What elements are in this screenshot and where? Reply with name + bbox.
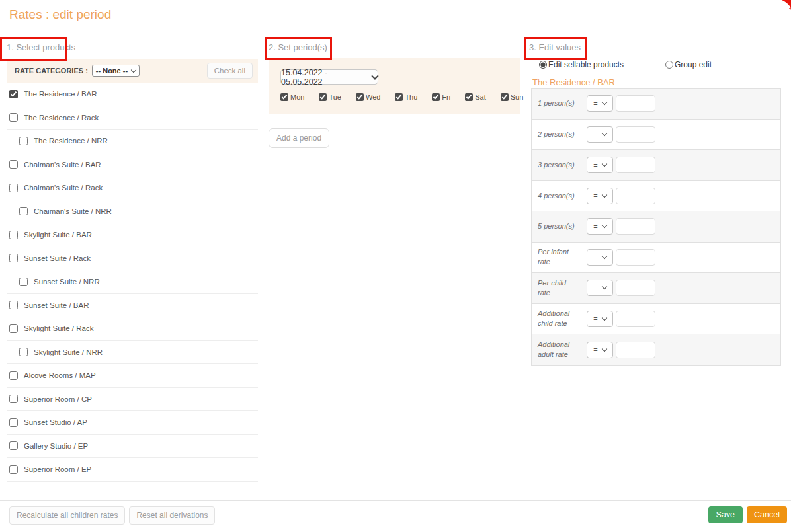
product-checkbox[interactable] — [9, 90, 18, 98]
check-all-button[interactable]: Check all — [207, 63, 253, 79]
value-input[interactable] — [616, 157, 655, 173]
product-checkbox[interactable] — [9, 184, 18, 192]
product-checkbox[interactable] — [9, 324, 18, 333]
weekday-checkbox[interactable] — [465, 93, 473, 101]
value-row-label: Additional child rate — [532, 304, 579, 334]
product-label: Chaiman's Suite / NRR — [34, 208, 112, 215]
operator-select[interactable]: = — [587, 311, 613, 327]
operator-select[interactable]: = — [587, 157, 613, 173]
rate-categories-select[interactable]: -- None -- — [92, 65, 140, 77]
operator-select[interactable]: = — [587, 342, 613, 358]
operator-select[interactable]: = — [587, 280, 613, 296]
group-edit-radio[interactable] — [665, 61, 673, 69]
product-row: Sunset Suite / Rack — [7, 247, 258, 271]
operator-select[interactable]: = — [587, 249, 613, 266]
date-range-select[interactable]: 15.04.2022 - 05.05.2022 — [280, 69, 378, 85]
value-row-label: 1 person(s) — [532, 89, 579, 119]
weekday-item[interactable]: Mon — [280, 93, 304, 101]
value-input[interactable] — [616, 95, 655, 112]
value-row-label: 4 person(s) — [532, 181, 579, 211]
weekday-checkbox[interactable] — [501, 93, 509, 101]
chevron-down-icon — [601, 161, 606, 167]
product-checkbox[interactable] — [19, 137, 28, 145]
weekday-item[interactable]: Sat — [465, 93, 486, 101]
product-checkbox[interactable] — [9, 371, 18, 380]
value-input[interactable] — [616, 249, 655, 266]
value-row-content: = — [579, 273, 780, 303]
product-row: Chaiman's Suite / NRR — [7, 200, 258, 224]
weekday-item[interactable]: Sun — [501, 93, 524, 101]
operator-select[interactable]: = — [587, 218, 613, 235]
product-checkbox[interactable] — [9, 301, 18, 309]
value-input[interactable] — [616, 342, 655, 358]
product-checkbox[interactable] — [9, 160, 18, 169]
weekday-item[interactable]: Wed — [356, 93, 380, 101]
value-row-content: = — [579, 181, 780, 211]
value-input[interactable] — [616, 280, 655, 296]
save-button[interactable]: Save — [708, 506, 743, 523]
weekday-checkbox[interactable] — [432, 93, 440, 101]
value-row-label: Additional adult rate — [532, 334, 579, 365]
value-row-content: = — [579, 120, 780, 150]
product-checkbox[interactable] — [19, 278, 28, 286]
product-checkbox[interactable] — [9, 231, 18, 239]
date-range-value: 15.04.2022 - 05.05.2022 — [281, 68, 367, 87]
operator-value: = — [593, 192, 597, 200]
product-checkbox[interactable] — [9, 113, 18, 122]
weekday-label: Fri — [442, 93, 450, 101]
edit-sellable-radio[interactable] — [539, 61, 547, 69]
value-input[interactable] — [616, 218, 655, 235]
add-period-button[interactable]: Add a period — [269, 128, 329, 148]
product-checkbox[interactable] — [9, 254, 18, 262]
reset-derivations-button[interactable]: Reset all derivations — [129, 506, 215, 525]
value-input[interactable] — [616, 188, 655, 204]
operator-select[interactable]: = — [587, 126, 613, 143]
value-row: Additional adult rate= — [532, 334, 780, 365]
weekday-item[interactable]: Thu — [395, 93, 417, 101]
weekday-checkbox[interactable] — [356, 93, 364, 101]
product-label: Chaiman's Suite / Rack — [24, 184, 103, 192]
product-row: Sunset Suite / BAR — [7, 294, 258, 318]
weekday-checkbox[interactable] — [319, 93, 327, 101]
weekday-label: Thu — [405, 93, 417, 101]
radio-group-edit[interactable]: Group edit — [665, 60, 712, 69]
value-input[interactable] — [616, 126, 655, 143]
product-row: The Residence / NRR — [7, 130, 258, 153]
radio-edit-sellable-products[interactable]: Edit sellable products — [539, 60, 624, 69]
product-row: Skylight Suite / Rack — [7, 317, 258, 341]
section-header-edit-values: 3. Edit values — [529, 42, 581, 52]
operator-select[interactable]: = — [587, 95, 613, 112]
product-checkbox[interactable] — [9, 395, 18, 403]
weekday-item[interactable]: Fri — [432, 93, 450, 101]
weekday-checkbox[interactable] — [395, 93, 403, 101]
product-row: Sunset Studio / AP — [7, 411, 258, 435]
cancel-button[interactable]: Cancel — [747, 506, 787, 523]
product-label: The Residence / BAR — [24, 90, 97, 98]
value-input[interactable] — [616, 311, 655, 327]
operator-value: = — [593, 100, 597, 108]
weekday-item[interactable]: Tue — [319, 93, 341, 101]
operator-value: = — [593, 346, 597, 354]
chevron-down-icon — [601, 131, 606, 136]
product-label: Skylight Suite / NRR — [34, 348, 103, 356]
weekday-label: Wed — [366, 93, 380, 101]
product-checkbox[interactable] — [9, 465, 18, 474]
product-row: Superior Room / CP — [7, 388, 258, 412]
weekday-checkbox-row: MonTueWedThuFriSatSun — [280, 93, 520, 101]
product-checkbox[interactable] — [19, 348, 28, 356]
product-checkbox[interactable] — [9, 418, 18, 427]
recalculate-children-rates-button[interactable]: Recalculate all children rates — [9, 506, 125, 525]
product-checkbox[interactable] — [19, 207, 28, 215]
product-label: Sunset Studio / AP — [24, 418, 87, 426]
product-row: Alcove Rooms / MAP — [7, 364, 258, 388]
footer-right-actions: Save Cancel — [708, 506, 787, 523]
product-label: Sunset Suite / BAR — [24, 301, 89, 309]
weekday-checkbox[interactable] — [280, 93, 288, 101]
product-label: The Residence / NRR — [34, 137, 108, 145]
operator-select[interactable]: = — [587, 188, 613, 204]
value-row-content: = — [579, 304, 780, 334]
values-table: 1 person(s)=2 person(s)=3 person(s)=4 pe… — [531, 88, 781, 366]
value-row: 2 person(s)= — [532, 120, 780, 151]
product-checkbox[interactable] — [9, 441, 18, 450]
value-row-content: = — [579, 334, 780, 365]
